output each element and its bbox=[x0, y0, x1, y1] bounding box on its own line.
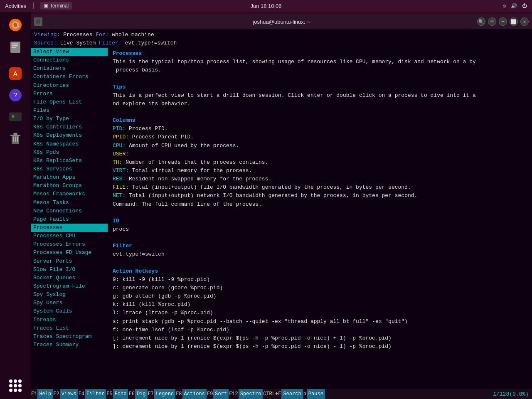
fn-f1[interactable]: F1 Help bbox=[31, 389, 53, 399]
sidebar-item-new-connections[interactable]: New Connections bbox=[31, 207, 108, 215]
sidebar-item-traces-spectrogram[interactable]: Traces Spectrogram bbox=[31, 332, 108, 341]
window-maximize-button[interactable]: ⬜ bbox=[510, 17, 518, 26]
sidebar-item-threads[interactable]: Threads bbox=[31, 316, 108, 324]
sidebar: Select View Connections Containers Conta… bbox=[31, 48, 108, 389]
sidebar-item-spectrogram-file[interactable]: Spectrogram-File bbox=[31, 282, 108, 291]
fn-f7[interactable]: F7 Legend bbox=[148, 389, 176, 399]
window-titlebar: ⬛ joshua@ubuntu-linux: ~ 🔍 ☰ ─ ⬜ ✕ bbox=[31, 14, 532, 29]
processes-title: Processes bbox=[113, 50, 142, 57]
sidebar-item-processes-cpu[interactable]: Processes CPU bbox=[31, 232, 108, 240]
sidebar-item-spy-syslog[interactable]: Spy Syslog bbox=[31, 291, 108, 299]
col-th-desc: Number of threads that the process conta… bbox=[122, 159, 268, 165]
fn-f6[interactable]: F6 Dig bbox=[128, 389, 147, 399]
source-value: Live System bbox=[60, 40, 96, 46]
sidebar-item-errors[interactable]: Errors bbox=[31, 90, 108, 98]
bottom-status: 1/128(0.8%) bbox=[493, 391, 532, 397]
sidebar-item-connections[interactable]: Connections bbox=[31, 56, 108, 64]
sidebar-item-processes-fd-usage[interactable]: Processes FD Usage bbox=[31, 249, 108, 257]
fn-f6-num: F6 bbox=[128, 391, 135, 397]
sound-icon: 🔊 bbox=[511, 3, 517, 9]
col-net-label: NET: bbox=[113, 192, 126, 199]
sidebar-item-marathon-apps[interactable]: Marathon Apps bbox=[31, 173, 108, 182]
sidebar-item-server-ports[interactable]: Server Ports bbox=[31, 257, 108, 266]
fn-f8-label: Actions bbox=[182, 389, 207, 399]
sidebar-item-page-faults[interactable]: Page Faults bbox=[31, 215, 108, 224]
window-minimize-button[interactable]: ─ bbox=[499, 17, 507, 26]
svg-rect-18 bbox=[17, 137, 18, 143]
col-pid-label: PID: bbox=[113, 126, 126, 132]
sidebar-item-socket-queues[interactable]: Socket Queues bbox=[31, 274, 108, 282]
sidebar-item-containers[interactable]: Containers bbox=[31, 64, 108, 73]
sidebar-item-file-opens-list[interactable]: File Opens List bbox=[31, 98, 108, 106]
dock-apps-grid[interactable] bbox=[5, 376, 25, 396]
sidebar-item-k8s-controllers[interactable]: K8s Controllers bbox=[31, 123, 108, 131]
fn-p[interactable]: p Pause bbox=[303, 389, 325, 399]
fn-f8[interactable]: F8 Actions bbox=[175, 389, 207, 399]
dock-divider-1 bbox=[7, 60, 24, 60]
window-close-button[interactable]: ✕ bbox=[520, 17, 529, 26]
dock-firefox[interactable] bbox=[5, 15, 25, 35]
sidebar-item-traces-list[interactable]: Traces List bbox=[31, 324, 108, 332]
svg-rect-6 bbox=[12, 47, 16, 48]
sidebar-item-mesos-frameworks[interactable]: Mesos Frameworks bbox=[31, 190, 108, 198]
sidebar-item-processes[interactable]: Processes bbox=[31, 224, 108, 232]
window-search-button[interactable]: 🔍 bbox=[477, 17, 485, 26]
fn-f12[interactable]: F12 Spectro bbox=[229, 389, 263, 399]
sidebar-item-directories[interactable]: Directories bbox=[31, 81, 108, 90]
sidebar-item-traces-summary[interactable]: Traces Summary bbox=[31, 341, 108, 349]
fn-ctrlf[interactable]: CTRL+F Search bbox=[263, 389, 303, 399]
fn-p-num: p bbox=[303, 391, 307, 397]
dock-files[interactable] bbox=[5, 37, 25, 57]
fn-f5-label: Echo bbox=[113, 389, 128, 399]
fn-f5[interactable]: F5 Echo bbox=[106, 389, 128, 399]
terminal-tab-label: Terminal bbox=[50, 3, 69, 9]
source-label: Source: bbox=[34, 40, 57, 46]
hotkey-l: l: ltrace (ltrace -p %proc.pid) bbox=[113, 310, 213, 316]
fn-f4-num: F4 bbox=[78, 391, 85, 397]
sidebar-item-files[interactable]: Files bbox=[31, 106, 108, 115]
dock-help[interactable]: ? bbox=[5, 85, 25, 105]
hotkey-f: f: one-time lsof (lsof -p %proc.pid) bbox=[113, 327, 229, 333]
sidebar-item-k8s-replicasets[interactable]: K8s ReplicaSets bbox=[31, 157, 108, 165]
fn-ctrlf-num: CTRL+F bbox=[263, 391, 281, 397]
sidebar-item-k8s-services[interactable]: K8s Services bbox=[31, 165, 108, 173]
col-command-desc: The full command line of the process. bbox=[138, 201, 261, 207]
dock-trash[interactable] bbox=[5, 128, 25, 148]
terminal-tab[interactable]: ▣ Terminal bbox=[40, 2, 72, 10]
sidebar-item-slow-file-io[interactable]: Slow File I/O bbox=[31, 266, 108, 274]
sidebar-item-spy-users[interactable]: Spy Users bbox=[31, 299, 108, 307]
sidebar-item-mesos-tasks[interactable]: Mesos Tasks bbox=[31, 199, 108, 207]
sidebar-item-k8s-namespaces[interactable]: K8s Namespaces bbox=[31, 140, 108, 148]
sidebar-item-k8s-pods[interactable]: K8s Pods bbox=[31, 148, 108, 157]
fn-f2[interactable]: F2 Views bbox=[53, 389, 78, 399]
activities-button[interactable]: Activities bbox=[5, 3, 26, 9]
dock-appstore[interactable]: A bbox=[5, 64, 25, 84]
id-value: procs bbox=[113, 226, 129, 232]
svg-text:A: A bbox=[13, 70, 17, 78]
system-bar: Activities | ▣ Terminal Jun 18 10:06 ⎋ 🔊… bbox=[0, 0, 532, 12]
sidebar-item-io-by-type[interactable]: I/O by Type bbox=[31, 115, 108, 123]
sidebar-item-containers-errors[interactable]: Containers Errors bbox=[31, 73, 108, 81]
fn-ctrlf-label: Search bbox=[281, 389, 303, 399]
hotkey-9: 9: kill -9 (kill -9 %proc.pid) bbox=[113, 276, 210, 283]
fn-f12-label: Spectro bbox=[239, 389, 263, 399]
system-bar-datetime: Jun 18 10:06 bbox=[250, 3, 281, 9]
col-ppid-desc: Process Parent PID. bbox=[129, 134, 194, 140]
hotkeys-title: Action Hotkeys bbox=[113, 268, 158, 274]
sidebar-item-k8s-deployments[interactable]: K8s Deployments bbox=[31, 131, 108, 140]
window-menu-button[interactable]: ☰ bbox=[488, 17, 496, 26]
fn-f7-label: Legend bbox=[154, 389, 175, 399]
sidebar-item-select-view[interactable]: Select View bbox=[31, 48, 108, 56]
filter-label: Filter: bbox=[99, 40, 122, 46]
sidebar-item-marathon-groups[interactable]: Marathon Groups bbox=[31, 182, 108, 190]
sidebar-item-processes-errors[interactable]: Processes Errors bbox=[31, 240, 108, 249]
fn-f2-label: Views bbox=[60, 389, 78, 399]
sidebar-item-system-calls[interactable]: System Calls bbox=[31, 307, 108, 315]
dock-terminal[interactable]: $_ bbox=[5, 107, 25, 127]
fn-f4[interactable]: F4 Filter bbox=[78, 389, 106, 399]
fn-f9[interactable]: F9 Sort bbox=[207, 389, 229, 399]
hotkey-s: s: print stack (gdb -p %proc.pid --batch… bbox=[113, 318, 408, 325]
fn-f7-num: F7 bbox=[148, 391, 154, 397]
col-command-label: Command: bbox=[113, 201, 138, 207]
fn-f4-label: Filter bbox=[85, 389, 106, 399]
